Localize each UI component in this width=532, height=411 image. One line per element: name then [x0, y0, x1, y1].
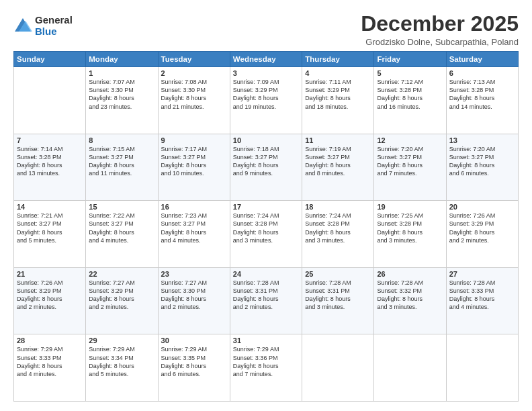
day-number: 17 [233, 203, 299, 211]
calendar-cell [446, 334, 518, 402]
calendar-cell: 13Sunrise: 7:20 AM Sunset: 3:27 PM Dayli… [446, 134, 518, 201]
calendar-cell: 10Sunrise: 7:18 AM Sunset: 3:27 PM Dayli… [230, 134, 302, 201]
cell-info: Sunrise: 7:28 AM Sunset: 3:31 PM Dayligh… [233, 279, 299, 312]
day-number: 31 [233, 336, 299, 345]
day-number: 11 [305, 136, 371, 144]
day-number: 7 [17, 136, 83, 144]
day-number: 27 [449, 270, 515, 278]
header: General Blue December 2025 Grodzisko Dol… [13, 12, 519, 47]
calendar-cell: 12Sunrise: 7:20 AM Sunset: 3:27 PM Dayli… [374, 134, 446, 201]
calendar-cell: 19Sunrise: 7:25 AM Sunset: 3:28 PM Dayli… [374, 201, 446, 268]
cell-info: Sunrise: 7:15 AM Sunset: 3:27 PM Dayligh… [89, 145, 154, 178]
calendar-cell: 14Sunrise: 7:21 AM Sunset: 3:27 PM Dayli… [14, 201, 86, 268]
cell-info: Sunrise: 7:09 AM Sunset: 3:29 PM Dayligh… [233, 78, 299, 111]
calendar-cell: 25Sunrise: 7:28 AM Sunset: 3:31 PM Dayli… [302, 267, 374, 334]
logo-text: General Blue [35, 15, 73, 37]
col-monday: Monday [86, 52, 158, 67]
day-number: 26 [377, 270, 443, 278]
day-number: 6 [449, 69, 515, 77]
logo: General Blue [13, 15, 73, 37]
day-number: 13 [449, 136, 515, 144]
col-wednesday: Wednesday [230, 52, 302, 67]
logo-blue-text: Blue [35, 26, 73, 38]
calendar-cell: 15Sunrise: 7:22 AM Sunset: 3:27 PM Dayli… [86, 201, 158, 268]
subtitle: Grodzisko Dolne, Subcarpathia, Poland [361, 37, 519, 47]
calendar-body: 1Sunrise: 7:07 AM Sunset: 3:30 PM Daylig… [14, 67, 519, 402]
day-number: 29 [89, 336, 154, 345]
day-number: 22 [89, 270, 154, 278]
page: General Blue December 2025 Grodzisko Dol… [0, 0, 532, 411]
calendar-cell [302, 334, 374, 402]
week-row-0: 1Sunrise: 7:07 AM Sunset: 3:30 PM Daylig… [14, 67, 519, 134]
cell-info: Sunrise: 7:27 AM Sunset: 3:30 PM Dayligh… [161, 279, 227, 312]
calendar-cell: 3Sunrise: 7:09 AM Sunset: 3:29 PM Daylig… [230, 67, 302, 134]
cell-info: Sunrise: 7:20 AM Sunset: 3:27 PM Dayligh… [377, 145, 443, 178]
cell-info: Sunrise: 7:24 AM Sunset: 3:28 PM Dayligh… [305, 212, 371, 244]
day-number: 30 [161, 336, 227, 345]
cell-info: Sunrise: 7:22 AM Sunset: 3:27 PM Dayligh… [89, 212, 154, 244]
calendar-cell [14, 67, 86, 134]
calendar-cell: 17Sunrise: 7:24 AM Sunset: 3:28 PM Dayli… [230, 201, 302, 268]
calendar-cell: 30Sunrise: 7:29 AM Sunset: 3:35 PM Dayli… [158, 334, 230, 402]
title-block: December 2025 Grodzisko Dolne, Subcarpat… [361, 12, 519, 47]
cell-info: Sunrise: 7:14 AM Sunset: 3:28 PM Dayligh… [17, 145, 83, 178]
col-saturday: Saturday [446, 52, 518, 67]
day-number: 8 [89, 136, 154, 144]
logo-icon [13, 17, 32, 36]
calendar-cell: 7Sunrise: 7:14 AM Sunset: 3:28 PM Daylig… [14, 134, 86, 201]
day-number: 5 [377, 69, 443, 77]
day-number: 1 [89, 69, 154, 77]
col-sunday: Sunday [14, 52, 86, 67]
calendar-cell: 4Sunrise: 7:11 AM Sunset: 3:29 PM Daylig… [302, 67, 374, 134]
cell-info: Sunrise: 7:12 AM Sunset: 3:28 PM Dayligh… [377, 78, 443, 111]
day-number: 28 [17, 336, 83, 345]
day-number: 18 [305, 203, 371, 211]
calendar-cell: 2Sunrise: 7:08 AM Sunset: 3:30 PM Daylig… [158, 67, 230, 134]
calendar-cell: 21Sunrise: 7:26 AM Sunset: 3:29 PM Dayli… [14, 267, 86, 334]
calendar-cell: 23Sunrise: 7:27 AM Sunset: 3:30 PM Dayli… [158, 267, 230, 334]
header-row: Sunday Monday Tuesday Wednesday Thursday… [14, 52, 519, 67]
calendar-cell: 11Sunrise: 7:19 AM Sunset: 3:27 PM Dayli… [302, 134, 374, 201]
cell-info: Sunrise: 7:17 AM Sunset: 3:27 PM Dayligh… [161, 145, 227, 178]
day-number: 10 [233, 136, 299, 144]
cell-info: Sunrise: 7:26 AM Sunset: 3:29 PM Dayligh… [449, 212, 515, 244]
calendar-cell: 26Sunrise: 7:28 AM Sunset: 3:32 PM Dayli… [374, 267, 446, 334]
cell-info: Sunrise: 7:13 AM Sunset: 3:28 PM Dayligh… [449, 78, 515, 111]
day-number: 23 [161, 270, 227, 278]
month-title: December 2025 [361, 12, 519, 36]
day-number: 24 [233, 270, 299, 278]
day-number: 25 [305, 270, 371, 278]
day-number: 2 [161, 69, 227, 77]
cell-info: Sunrise: 7:28 AM Sunset: 3:33 PM Dayligh… [449, 279, 515, 312]
day-number: 15 [89, 203, 154, 211]
calendar-cell: 20Sunrise: 7:26 AM Sunset: 3:29 PM Dayli… [446, 201, 518, 268]
calendar-cell: 6Sunrise: 7:13 AM Sunset: 3:28 PM Daylig… [446, 67, 518, 134]
day-number: 20 [449, 203, 515, 211]
calendar-cell: 24Sunrise: 7:28 AM Sunset: 3:31 PM Dayli… [230, 267, 302, 334]
calendar-table: Sunday Monday Tuesday Wednesday Thursday… [13, 51, 519, 402]
week-row-3: 21Sunrise: 7:26 AM Sunset: 3:29 PM Dayli… [14, 267, 519, 334]
cell-info: Sunrise: 7:27 AM Sunset: 3:29 PM Dayligh… [89, 279, 154, 312]
calendar-cell: 27Sunrise: 7:28 AM Sunset: 3:33 PM Dayli… [446, 267, 518, 334]
day-number: 3 [233, 69, 299, 77]
cell-info: Sunrise: 7:18 AM Sunset: 3:27 PM Dayligh… [233, 145, 299, 178]
cell-info: Sunrise: 7:29 AM Sunset: 3:36 PM Dayligh… [233, 345, 299, 378]
cell-info: Sunrise: 7:19 AM Sunset: 3:27 PM Dayligh… [305, 145, 371, 178]
cell-info: Sunrise: 7:29 AM Sunset: 3:33 PM Dayligh… [17, 345, 83, 378]
calendar-cell: 8Sunrise: 7:15 AM Sunset: 3:27 PM Daylig… [86, 134, 158, 201]
day-number: 14 [17, 203, 83, 211]
calendar-cell: 9Sunrise: 7:17 AM Sunset: 3:27 PM Daylig… [158, 134, 230, 201]
week-row-1: 7Sunrise: 7:14 AM Sunset: 3:28 PM Daylig… [14, 134, 519, 201]
logo-general-text: General [35, 15, 73, 26]
day-number: 12 [377, 136, 443, 144]
col-friday: Friday [374, 52, 446, 67]
cell-info: Sunrise: 7:23 AM Sunset: 3:27 PM Dayligh… [161, 212, 227, 244]
cell-info: Sunrise: 7:25 AM Sunset: 3:28 PM Dayligh… [377, 212, 443, 244]
calendar-cell: 31Sunrise: 7:29 AM Sunset: 3:36 PM Dayli… [230, 334, 302, 402]
week-row-4: 28Sunrise: 7:29 AM Sunset: 3:33 PM Dayli… [14, 334, 519, 402]
day-number: 16 [161, 203, 227, 211]
day-number: 21 [17, 270, 83, 278]
calendar-cell: 1Sunrise: 7:07 AM Sunset: 3:30 PM Daylig… [86, 67, 158, 134]
cell-info: Sunrise: 7:24 AM Sunset: 3:28 PM Dayligh… [233, 212, 299, 244]
col-thursday: Thursday [302, 52, 374, 67]
